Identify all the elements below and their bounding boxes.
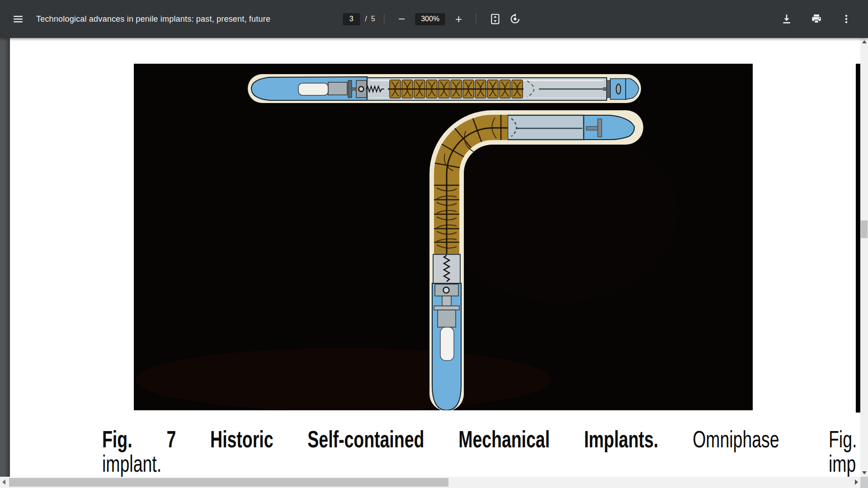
- page-total: 5: [371, 15, 375, 23]
- vertical-scrollbar-thumb[interactable]: [861, 221, 868, 238]
- zoom-in-button[interactable]: +: [451, 11, 467, 27]
- caption-title: Historic Self-contained Mechanical Impla…: [210, 426, 658, 452]
- pdf-content-area: Fig. 7 Historic Self-contained Mechanica…: [0, 38, 868, 488]
- print-button[interactable]: [807, 9, 826, 29]
- more-vertical-icon: [841, 14, 852, 24]
- zoom-level-input[interactable]: 300%: [415, 13, 445, 25]
- caption-line-1: Fig. 7 Historic Self-contained Mechanica…: [102, 427, 779, 451]
- download-button[interactable]: [777, 9, 797, 29]
- page-separator: /: [365, 15, 367, 23]
- caption-line-2: implant.: [102, 451, 779, 476]
- scroll-up-arrow[interactable]: [862, 40, 867, 43]
- hamburger-menu-icon: [13, 14, 24, 24]
- toolbar-center-controls: 3 / 5 − 300% +: [343, 0, 525, 38]
- zoom-out-button[interactable]: −: [394, 11, 410, 27]
- menu-button[interactable]: [8, 9, 28, 29]
- scrollbar-corner: [860, 477, 868, 488]
- caption-label: Fig. 7: [102, 426, 176, 452]
- pdf-toolbar: Technological advances in penile implant…: [0, 0, 868, 38]
- scroll-down-arrow[interactable]: [862, 471, 867, 474]
- figure-7-image: [134, 64, 753, 410]
- fit-to-page-button[interactable]: [486, 9, 505, 29]
- toolbar-right-controls: [777, 0, 856, 38]
- caption-text: Omniphase: [693, 426, 779, 452]
- scroll-right-arrow[interactable]: [855, 479, 858, 485]
- horizontal-scrollbar[interactable]: [0, 477, 860, 488]
- figure-7-caption: Fig. 7 Historic Self-contained Mechanica…: [102, 427, 779, 476]
- rotate-counterclockwise-icon: [509, 13, 521, 25]
- page-number-input[interactable]: 3: [343, 13, 360, 25]
- horizontal-scrollbar-thumb[interactable]: [9, 478, 448, 487]
- vertical-scrollbar[interactable]: [860, 38, 868, 477]
- toolbar-divider: [476, 14, 476, 24]
- rotate-counterclockwise-button[interactable]: [505, 9, 525, 29]
- pdf-viewer-window: Technological advances in penile implant…: [0, 0, 868, 488]
- scroll-left-arrow[interactable]: [2, 479, 5, 485]
- implant-illustration: [134, 64, 753, 410]
- fit-to-page-icon: [490, 13, 501, 25]
- next-column-caption: Fig. impl: [829, 427, 857, 476]
- next-caption-label: Fig.: [829, 427, 857, 451]
- document-title: Technological advances in penile implant…: [36, 14, 270, 24]
- more-options-button[interactable]: [836, 9, 856, 29]
- download-icon: [781, 13, 793, 25]
- next-caption-line-2: impl: [829, 451, 857, 476]
- toolbar-divider: [384, 14, 385, 24]
- print-icon: [811, 13, 822, 25]
